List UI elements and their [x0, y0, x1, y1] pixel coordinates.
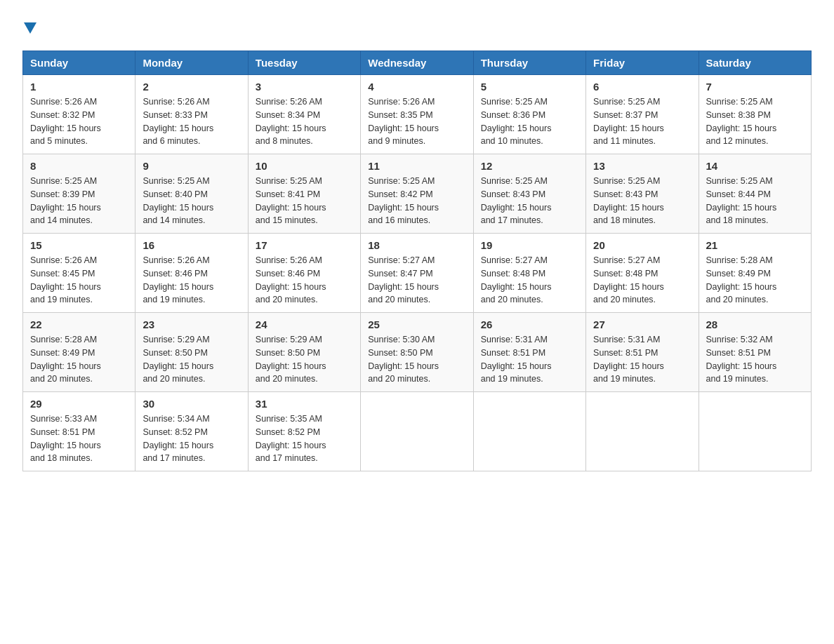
day-number: 24: [256, 318, 353, 330]
day-info: Sunrise: 5:29 AMSunset: 8:50 PMDaylight:…: [256, 335, 326, 384]
day-info: Sunrise: 5:25 AMSunset: 8:38 PMDaylight:…: [706, 97, 777, 146]
day-number: 14: [706, 160, 804, 172]
calendar-cell: 8 Sunrise: 5:25 AMSunset: 8:39 PMDayligh…: [23, 154, 135, 234]
calendar-cell: 24 Sunrise: 5:29 AMSunset: 8:50 PMDaylig…: [248, 313, 360, 392]
calendar-cell: 16 Sunrise: 5:26 AMSunset: 8:46 PMDaylig…: [135, 234, 248, 313]
day-info: Sunrise: 5:27 AMSunset: 8:48 PMDaylight:…: [481, 255, 552, 304]
day-info: Sunrise: 5:25 AMSunset: 8:42 PMDaylight:…: [368, 176, 439, 225]
day-number: 12: [481, 160, 578, 172]
day-number: 15: [30, 239, 128, 251]
day-info: Sunrise: 5:35 AMSunset: 8:52 PMDaylight:…: [256, 414, 326, 463]
day-info: Sunrise: 5:25 AMSunset: 8:43 PMDaylight:…: [593, 176, 664, 225]
calendar-cell: 26 Sunrise: 5:31 AMSunset: 8:51 PMDaylig…: [473, 313, 585, 392]
day-number: 7: [706, 81, 804, 93]
logo: [22, 17, 37, 36]
calendar-cell: 5 Sunrise: 5:25 AMSunset: 8:36 PMDayligh…: [473, 75, 585, 154]
col-header-thursday: Thursday: [473, 51, 585, 75]
calendar-week-2: 8 Sunrise: 5:25 AMSunset: 8:39 PMDayligh…: [23, 154, 812, 234]
day-info: Sunrise: 5:26 AMSunset: 8:35 PMDaylight:…: [368, 97, 439, 146]
day-info: Sunrise: 5:28 AMSunset: 8:49 PMDaylight:…: [706, 255, 777, 304]
calendar-cell: 19 Sunrise: 5:27 AMSunset: 8:48 PMDaylig…: [473, 234, 585, 313]
day-info: Sunrise: 5:26 AMSunset: 8:33 PMDaylight:…: [143, 97, 213, 146]
day-number: 19: [481, 239, 578, 251]
day-number: 18: [368, 239, 465, 251]
calendar-cell: [361, 392, 473, 471]
day-info: Sunrise: 5:27 AMSunset: 8:48 PMDaylight:…: [593, 255, 664, 304]
day-info: Sunrise: 5:34 AMSunset: 8:52 PMDaylight:…: [143, 414, 213, 463]
day-number: 29: [30, 398, 128, 410]
calendar-cell: 9 Sunrise: 5:25 AMSunset: 8:40 PMDayligh…: [135, 154, 248, 234]
calendar-cell: 10 Sunrise: 5:25 AMSunset: 8:41 PMDaylig…: [248, 154, 360, 234]
day-info: Sunrise: 5:28 AMSunset: 8:49 PMDaylight:…: [30, 335, 101, 384]
calendar-week-4: 22 Sunrise: 5:28 AMSunset: 8:49 PMDaylig…: [23, 313, 812, 392]
day-info: Sunrise: 5:31 AMSunset: 8:51 PMDaylight:…: [481, 335, 552, 384]
col-header-sunday: Sunday: [23, 51, 135, 75]
calendar-cell: 7 Sunrise: 5:25 AMSunset: 8:38 PMDayligh…: [699, 75, 811, 154]
calendar-cell: [473, 392, 585, 471]
col-header-friday: Friday: [586, 51, 699, 75]
day-info: Sunrise: 5:26 AMSunset: 8:46 PMDaylight:…: [143, 255, 213, 304]
day-number: 8: [30, 160, 128, 172]
day-number: 9: [143, 160, 240, 172]
calendar-cell: 17 Sunrise: 5:26 AMSunset: 8:46 PMDaylig…: [248, 234, 360, 313]
day-number: 5: [481, 81, 578, 93]
logo-triangle-icon: [24, 22, 37, 34]
calendar-cell: 22 Sunrise: 5:28 AMSunset: 8:49 PMDaylig…: [23, 313, 135, 392]
day-number: 25: [368, 318, 465, 330]
calendar-cell: [586, 392, 699, 471]
day-number: 16: [143, 239, 240, 251]
calendar-cell: 2 Sunrise: 5:26 AMSunset: 8:33 PMDayligh…: [135, 75, 248, 154]
calendar-cell: 4 Sunrise: 5:26 AMSunset: 8:35 PMDayligh…: [361, 75, 473, 154]
col-header-wednesday: Wednesday: [361, 51, 473, 75]
day-number: 13: [593, 160, 691, 172]
calendar-cell: 20 Sunrise: 5:27 AMSunset: 8:48 PMDaylig…: [586, 234, 699, 313]
day-info: Sunrise: 5:30 AMSunset: 8:50 PMDaylight:…: [368, 335, 439, 384]
calendar-body: 1 Sunrise: 5:26 AMSunset: 8:32 PMDayligh…: [23, 75, 812, 471]
calendar-week-3: 15 Sunrise: 5:26 AMSunset: 8:45 PMDaylig…: [23, 234, 812, 313]
day-number: 21: [706, 239, 804, 251]
day-number: 2: [143, 81, 240, 93]
day-number: 27: [593, 318, 691, 330]
col-header-monday: Monday: [135, 51, 248, 75]
day-info: Sunrise: 5:33 AMSunset: 8:51 PMDaylight:…: [30, 414, 101, 463]
calendar-cell: 3 Sunrise: 5:26 AMSunset: 8:34 PMDayligh…: [248, 75, 360, 154]
day-info: Sunrise: 5:26 AMSunset: 8:34 PMDaylight:…: [256, 97, 326, 146]
day-number: 31: [256, 398, 353, 410]
col-header-saturday: Saturday: [699, 51, 811, 75]
col-header-tuesday: Tuesday: [248, 51, 360, 75]
calendar-cell: 29 Sunrise: 5:33 AMSunset: 8:51 PMDaylig…: [23, 392, 135, 471]
day-info: Sunrise: 5:25 AMSunset: 8:37 PMDaylight:…: [593, 97, 664, 146]
calendar-cell: 28 Sunrise: 5:32 AMSunset: 8:51 PMDaylig…: [699, 313, 811, 392]
calendar-cell: 6 Sunrise: 5:25 AMSunset: 8:37 PMDayligh…: [586, 75, 699, 154]
logo-general-line: [22, 17, 37, 36]
calendar-header-row: SundayMondayTuesdayWednesdayThursdayFrid…: [23, 51, 812, 75]
day-info: Sunrise: 5:29 AMSunset: 8:50 PMDaylight:…: [143, 335, 213, 384]
calendar-table: SundayMondayTuesdayWednesdayThursdayFrid…: [22, 51, 812, 471]
calendar-cell: 27 Sunrise: 5:31 AMSunset: 8:51 PMDaylig…: [586, 313, 699, 392]
calendar-cell: 21 Sunrise: 5:28 AMSunset: 8:49 PMDaylig…: [699, 234, 811, 313]
day-number: 10: [256, 160, 353, 172]
day-info: Sunrise: 5:25 AMSunset: 8:40 PMDaylight:…: [143, 176, 213, 225]
day-number: 26: [481, 318, 578, 330]
page-header: [22, 17, 812, 36]
day-info: Sunrise: 5:25 AMSunset: 8:39 PMDaylight:…: [30, 176, 101, 225]
calendar-cell: 13 Sunrise: 5:25 AMSunset: 8:43 PMDaylig…: [586, 154, 699, 234]
calendar-cell: 18 Sunrise: 5:27 AMSunset: 8:47 PMDaylig…: [361, 234, 473, 313]
calendar-cell: 11 Sunrise: 5:25 AMSunset: 8:42 PMDaylig…: [361, 154, 473, 234]
day-info: Sunrise: 5:26 AMSunset: 8:46 PMDaylight:…: [256, 255, 326, 304]
day-info: Sunrise: 5:27 AMSunset: 8:47 PMDaylight:…: [368, 255, 439, 304]
calendar-week-5: 29 Sunrise: 5:33 AMSunset: 8:51 PMDaylig…: [23, 392, 812, 471]
day-number: 28: [706, 318, 804, 330]
day-info: Sunrise: 5:25 AMSunset: 8:43 PMDaylight:…: [481, 176, 552, 225]
day-number: 1: [30, 81, 128, 93]
day-number: 4: [368, 81, 465, 93]
calendar-cell: 12 Sunrise: 5:25 AMSunset: 8:43 PMDaylig…: [473, 154, 585, 234]
calendar-cell: 14 Sunrise: 5:25 AMSunset: 8:44 PMDaylig…: [699, 154, 811, 234]
day-info: Sunrise: 5:25 AMSunset: 8:41 PMDaylight:…: [256, 176, 326, 225]
day-info: Sunrise: 5:25 AMSunset: 8:36 PMDaylight:…: [481, 97, 552, 146]
day-number: 6: [593, 81, 691, 93]
day-number: 20: [593, 239, 691, 251]
day-number: 17: [256, 239, 353, 251]
day-info: Sunrise: 5:31 AMSunset: 8:51 PMDaylight:…: [593, 335, 664, 384]
day-number: 22: [30, 318, 128, 330]
